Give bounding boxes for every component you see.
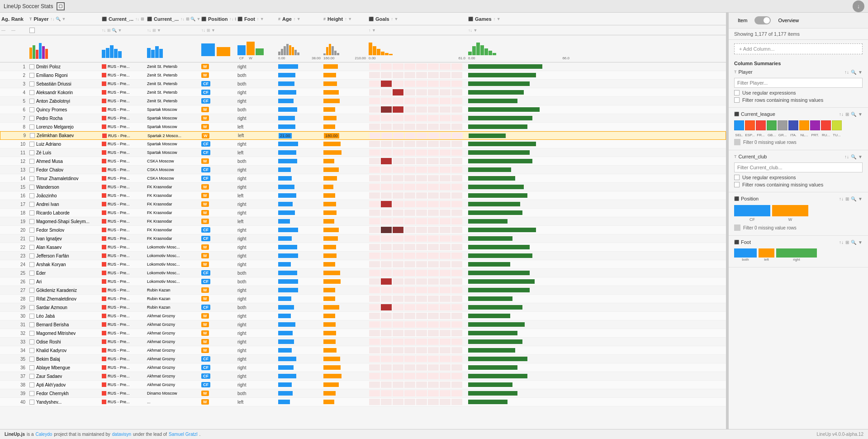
table-row[interactable]: 7 Pedro Rocha RUS - Pre... Spartak Mosco… [0,114,726,123]
row-checkbox[interactable] [29,210,34,215]
foot-right-block[interactable]: right [776,248,817,262]
foot-filter-icon[interactable]: 🔍 [851,240,856,245]
data-scroll[interactable]: 1 Dmitri Poloz RUS - Pre... Zenit St. Pe… [0,62,726,429]
table-row[interactable]: 32 Magomed Mitrishev RUS - Pre... Akhmat… [0,329,726,338]
row-checkbox[interactable] [29,262,34,267]
club-regex-checkbox[interactable] [734,175,740,180]
row-checkbox[interactable] [29,374,34,379]
club-filter-icon[interactable]: 🔍 [851,154,856,159]
club-menu-icon[interactable]: ▼ [858,154,863,159]
player-filter-input[interactable] [734,78,863,88]
foot-sort-icon[interactable]: ↑↓ [839,240,844,245]
row-checkbox[interactable] [29,331,34,336]
pos-cf-block[interactable]: CF [734,205,770,222]
row-checkbox[interactable] [29,357,34,362]
foot-menu-icon[interactable]: ▼ [858,240,863,245]
league-prt-box[interactable] [810,120,820,130]
league-nl-box[interactable] [799,120,809,130]
table-row[interactable]: 25 Éder RUS - Pre... Lokomotiv Mosc... C… [0,269,726,277]
row-checkbox[interactable] [29,193,34,198]
table-row[interactable]: 9 Zelimkhan Bakaev RUS - Pre... Spartak … [0,131,726,140]
table-row[interactable]: 17 Andrei Ivan RUS - Pre... FK Krasnodar… [0,200,726,209]
row-checkbox[interactable] [29,159,34,164]
footer-samuel-link[interactable]: Samuel Gratzl [169,432,197,437]
pos-sort-icon[interactable]: ↑↓ [839,196,844,201]
player-sort-icon[interactable]: ↑↓ [844,70,849,75]
player-checkbox-header[interactable] [29,28,35,33]
league-missing-box[interactable] [734,139,740,145]
table-row[interactable]: 35 Bekim Balaj RUS - Pre... Akhmat Grozn… [0,355,726,363]
table-row[interactable]: 11 Zé Luís RUS - Pre... Spartak Moscow C… [0,148,726,157]
league-tu-box[interactable] [832,120,842,130]
table-row[interactable]: 24 Arshak Koryan RUS - Pre... Lokomotiv … [0,260,726,269]
table-row[interactable]: 15 Wanderson RUS - Pre... FK Krasnodar W… [0,183,726,191]
league-esp-box[interactable] [745,120,755,130]
table-row[interactable]: 34 Khalid Kadyrov RUS - Pre... Akhmat Gr… [0,346,726,355]
table-row[interactable]: 36 Ablaye Mbengue RUS - Pre... Akhmat Gr… [0,363,726,372]
row-checkbox[interactable] [29,365,34,370]
table-row[interactable]: 4 Aleksandr Kokorin RUS - Pre... Zenit S… [0,88,726,97]
row-checkbox[interactable] [29,202,34,207]
item-view-button[interactable]: Item [734,16,751,24]
player-filter-icon[interactable]: 🔍 [851,70,856,75]
table-row[interactable]: 13 Fedor Chalov RUS - Pre... CSKA Moscow… [0,166,726,174]
league-filter-icon[interactable]: 🔍 [851,112,856,117]
row-checkbox[interactable] [29,142,34,147]
table-row[interactable]: 21 Ivan Ignatjev RUS - Pre... FK Krasnod… [0,234,726,243]
table-row[interactable]: 31 Bernard Berisha RUS - Pre... Akhmat G… [0,320,726,329]
table-row[interactable]: 30 Léo Jabá RUS - Pre... Akhmat Grozny W… [0,312,726,320]
player-menu-icon[interactable]: ▼ [858,70,863,75]
foot-left-block[interactable]: left [759,248,774,262]
table-row[interactable]: 38 Apti Akh'yadov RUS - Pre... Akhmat Gr… [0,381,726,389]
table-row[interactable]: 33 Odise Roshi RUS - Pre... Akhmat Grozn… [0,338,726,346]
table-row[interactable]: 39 Fedor Chernykh RUS - Pre... Dinamo Mo… [0,389,726,398]
row-checkbox[interactable] [29,185,34,190]
row-checkbox[interactable] [30,133,35,138]
table-row[interactable]: 37 Zaur Sadaev RUS - Pre... Akhmat Grozn… [0,372,726,381]
league-fr-box[interactable] [756,120,766,130]
league-table-icon[interactable]: ⊞ [845,112,849,117]
table-row[interactable]: 5 Anton Zabolotnyi RUS - Pre... Zenit St… [0,97,726,105]
download-button[interactable]: ↓ [853,0,864,12]
pos-table-icon[interactable]: ⊞ [845,196,849,201]
row-checkbox[interactable] [29,124,34,129]
pos-menu-icon[interactable]: ▼ [858,196,863,201]
table-row[interactable]: 12 Ahmed Musa RUS - Pre... CSKA Moscow W… [0,157,726,166]
row-checkbox[interactable] [29,236,34,241]
table-row[interactable]: 16 Joãozinho RUS - Pre... FK Krasnodar W… [0,191,726,200]
overview-view-button[interactable]: Overview [774,16,802,24]
row-checkbox[interactable] [29,400,34,405]
table-row[interactable]: 14 Timur Zhаmaletdinov RUS - Pre... CSKA… [0,174,726,183]
row-checkbox[interactable] [29,288,34,293]
row-checkbox[interactable] [29,107,34,112]
table-row[interactable]: 8 Lorenzo Melgarejo RUS - Pre... Spartak… [0,123,726,131]
table-row[interactable]: 18 Ricardo Laborde RUS - Pre... FK Krasn… [0,209,726,217]
row-checkbox[interactable] [29,348,34,353]
position-missing-box[interactable] [734,224,740,231]
footer-datavisyn-link[interactable]: datavisyn [112,432,131,437]
table-row[interactable]: 2 Emiliano Rigoni RUS - Pre... Zenit St.… [0,71,726,80]
table-row[interactable]: 29 Sardar Azmoun RUS - Pre... Rubin Kaza… [0,303,726,312]
pos-filter-icon[interactable]: 🔍 [851,196,856,201]
row-checkbox[interactable] [29,271,34,276]
row-checkbox[interactable] [29,99,34,104]
league-ru-box[interactable] [821,120,831,130]
table-row[interactable]: 1 Dmitri Poloz RUS - Pre... Zenit St. Pe… [0,62,726,71]
footer-caleydo-link[interactable]: Caleydo [36,432,52,437]
league-sort-icon[interactable]: ↑↓ [839,112,844,117]
league-ita-box[interactable] [788,120,798,130]
row-checkbox[interactable] [29,245,34,250]
row-checkbox[interactable] [29,322,34,327]
table-row[interactable]: 3 Sebastián Driussi RUS - Pre... Zenit S… [0,80,726,88]
foot-both-block[interactable]: both [734,248,757,262]
table-row[interactable]: 22 Alan Kasaev RUS - Pre... Lokomotiv Mo… [0,243,726,252]
row-checkbox[interactable] [29,116,34,121]
row-checkbox[interactable] [29,64,34,69]
league-gb-box[interactable] [767,120,777,130]
save-icon[interactable] [57,2,65,10]
club-filter-input[interactable] [734,162,863,172]
table-row[interactable]: 6 Quincy Promes RUS - Pre... Spartak Mos… [0,105,726,114]
row-checkbox[interactable] [29,253,34,258]
row-checkbox[interactable] [29,279,34,284]
table-row[interactable]: 20 Fedor Smolov RUS - Pre... FK Krasnoda… [0,226,726,234]
